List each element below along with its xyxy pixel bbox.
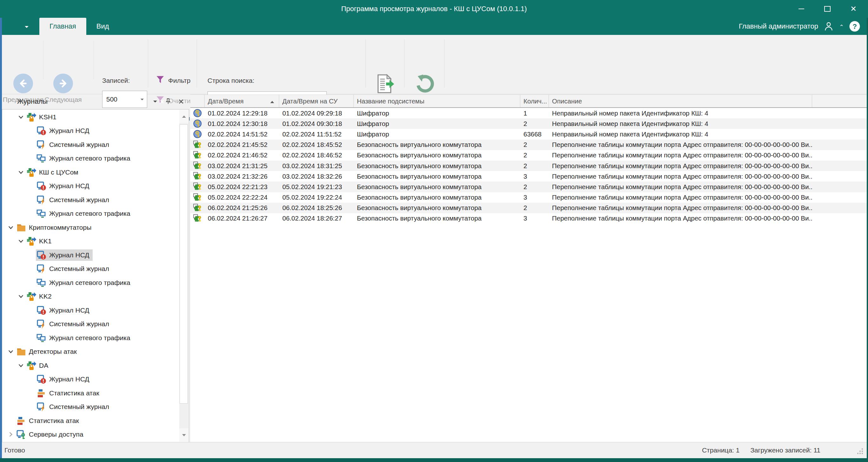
tab-view[interactable]: Вид [86, 18, 119, 35]
tree-item-8[interactable]: Криптокоммутаторы [2, 220, 179, 235]
tree-item-body[interactable]: KSH1 [26, 112, 60, 123]
chevron-expanded-icon[interactable] [6, 224, 16, 231]
statusbar: Готово Страница: 1 Загружено записей: 11 [0, 442, 868, 458]
tree-item-19[interactable]: Журнал НСД [2, 372, 179, 387]
maximize-button[interactable] [818, 2, 836, 16]
tree-item-10[interactable]: Журнал НСД [2, 248, 179, 262]
user-icon[interactable] [823, 21, 834, 32]
chevron-expanded-icon[interactable] [16, 362, 26, 369]
tree-item-16[interactable]: Журнал сетевого трафика [2, 331, 179, 345]
tree-item-17[interactable]: Детекторы атак [2, 345, 179, 359]
column-header-2[interactable]: Дата/Время на СУ [279, 95, 354, 107]
tree-item-4[interactable]: КШ с ЦУСом [2, 165, 179, 179]
column-header-5[interactable]: Описание [549, 95, 812, 107]
tree-item-body[interactable]: Журнал НСД [36, 373, 93, 385]
tree-item-3[interactable]: Журнал сетевого трафика [2, 152, 179, 166]
table-row[interactable]: 05.02.2024 22:21:2305.02.2024 19:21:23Бе… [190, 182, 867, 192]
tree-item-5[interactable]: Журнал НСД [2, 179, 179, 193]
cell-datetime: 01.02.2024 12:29:18 [205, 110, 279, 117]
pin-icon[interactable] [165, 98, 171, 105]
chevron-expanded-icon[interactable] [16, 114, 26, 120]
chevron-up-icon[interactable]: ⌃ [839, 24, 844, 30]
tree-item-6[interactable]: Системный журнал [2, 193, 179, 207]
stats-icon [16, 416, 26, 426]
table-row[interactable]: 02.02.2024 21:45:5202.02.2024 18:45:52Бе… [190, 140, 867, 150]
tree-item-1[interactable]: Журнал НСД [2, 124, 179, 138]
tree-item-body[interactable]: Журнал НСД [36, 305, 93, 316]
panel-dropdown-icon[interactable] [152, 100, 158, 103]
tree-item-body[interactable]: КШ с ЦУСом [26, 166, 82, 178]
tree-item-body[interactable]: Серверы доступа [16, 429, 87, 440]
chevron-collapsed-icon[interactable] [6, 431, 16, 437]
tree-item-12[interactable]: Журнал сетевого трафика [2, 276, 179, 290]
column-header-0[interactable] [190, 95, 205, 107]
table-row[interactable]: 03.02.2024 21:32:2603.02.2024 18:32:26Бе… [190, 171, 867, 182]
column-header-1[interactable]: Дата/Время [205, 95, 279, 107]
chevron-expanded-icon[interactable] [16, 169, 26, 176]
tree-item-label: Журнал сетевого трафика [49, 279, 130, 286]
table-row[interactable]: 01.02.2024 12:30:1801.02.2024 09:30:18Ши… [190, 118, 867, 129]
tab-home[interactable]: Главная [39, 18, 86, 35]
table-row[interactable]: 05.02.2024 22:22:2405.02.2024 19:22:24Бе… [190, 192, 867, 203]
tree-item-11[interactable]: Системный журнал [2, 262, 179, 276]
column-header-4[interactable]: Колич... [520, 95, 549, 107]
chevron-expanded-icon[interactable] [16, 238, 26, 244]
table-row[interactable]: 06.02.2024 21:26:2706.02.2024 18:26:27Бе… [190, 213, 867, 224]
scrollbar-thumb[interactable] [180, 124, 188, 404]
column-header-6[interactable] [812, 95, 867, 107]
scroll-down-button[interactable] [179, 428, 188, 442]
table-row[interactable]: 02.02.2024 14:51:5202.02.2024 11:51:52Ши… [190, 129, 867, 139]
tree-item-21[interactable]: Системный журнал [2, 400, 179, 414]
tree-item-body[interactable]: Системный журнал [36, 263, 112, 275]
panel-close-icon[interactable] [178, 99, 184, 104]
cell-datetime-su: 01.02.2024 09:29:18 [279, 110, 354, 117]
tree-item-body[interactable]: Статистика атак [36, 388, 102, 399]
scroll-up-button[interactable] [179, 110, 188, 123]
quick-access-dropdown-icon[interactable] [24, 24, 29, 30]
tree-item-7[interactable]: Журнал сетевого трафика [2, 207, 179, 221]
tree-item-0[interactable]: KSH1 [2, 110, 179, 124]
tree-item-body[interactable]: KK2 [26, 291, 55, 302]
chevron-expanded-icon[interactable] [6, 348, 16, 355]
tree-item-body[interactable]: Статистика атак [16, 415, 82, 427]
key-event-icon [190, 130, 205, 138]
tree-item-body[interactable]: Журнал сетевого трафика [36, 208, 133, 219]
table-row[interactable]: 06.02.2024 21:25:2606.02.2024 18:25:26Бе… [190, 203, 867, 213]
help-icon[interactable]: ? [849, 21, 860, 32]
tree-item-23[interactable]: Серверы доступа [2, 428, 179, 442]
tree-item-22[interactable]: Статистика атак [2, 414, 179, 428]
tree-item-body[interactable]: Системный журнал [36, 401, 112, 412]
tree-item-body[interactable]: Системный журнал [36, 318, 112, 330]
tree-item-15[interactable]: Системный журнал [2, 317, 179, 331]
tree-item-body[interactable]: Криптокоммутаторы [16, 222, 95, 233]
tree-item-body[interactable]: Детекторы атак [16, 346, 80, 357]
minimize-button[interactable] [793, 2, 810, 16]
tree-item-body[interactable]: Системный журнал [36, 194, 112, 206]
table-row[interactable]: 03.02.2024 21:31:2503.02.2024 18:31:25Бе… [190, 160, 867, 171]
filter-button[interactable]: Фильтр [155, 75, 191, 86]
tree-scrollbar[interactable] [179, 110, 188, 442]
tree-item-body[interactable]: KK1 [26, 236, 55, 247]
tree-item-18[interactable]: DA [2, 359, 179, 372]
tree-item-body[interactable]: DA [26, 360, 52, 371]
tree-item-13[interactable]: KK2 [2, 290, 179, 304]
tree-item-20[interactable]: Статистика атак [2, 386, 179, 400]
tree-item-body[interactable]: Журнал НСД [36, 125, 93, 136]
column-header-3[interactable]: Название подсистемы [354, 95, 520, 107]
tree-item-9[interactable]: KK1 [2, 235, 179, 248]
tree-item-label: Статистика атак [29, 417, 79, 425]
chevron-expanded-icon[interactable] [16, 293, 26, 300]
tree-item-body[interactable]: Журнал сетевого трафика [36, 332, 133, 344]
cell-datetime-su: 02.02.2024 18:46:52 [279, 151, 354, 159]
tree-item-body[interactable]: Системный журнал [36, 139, 112, 150]
tree-item-body[interactable]: Журнал сетевого трафика [36, 153, 133, 164]
close-button[interactable]: ✕ [844, 2, 862, 16]
tree-item-14[interactable]: Журнал НСД [2, 303, 179, 317]
resize-grip[interactable] [857, 448, 864, 456]
tree-item-2[interactable]: Системный журнал [2, 138, 179, 152]
table-row[interactable]: 02.02.2024 21:46:5202.02.2024 18:46:52Бе… [190, 150, 867, 160]
tree-item-body[interactable]: Журнал сетевого трафика [36, 277, 133, 288]
table-row[interactable]: 01.02.2024 12:29:1801.02.2024 09:29:18Ши… [190, 108, 867, 118]
tree-item-body[interactable]: Журнал НСД [36, 180, 93, 192]
tree-item-body[interactable]: Журнал НСД [36, 249, 93, 261]
